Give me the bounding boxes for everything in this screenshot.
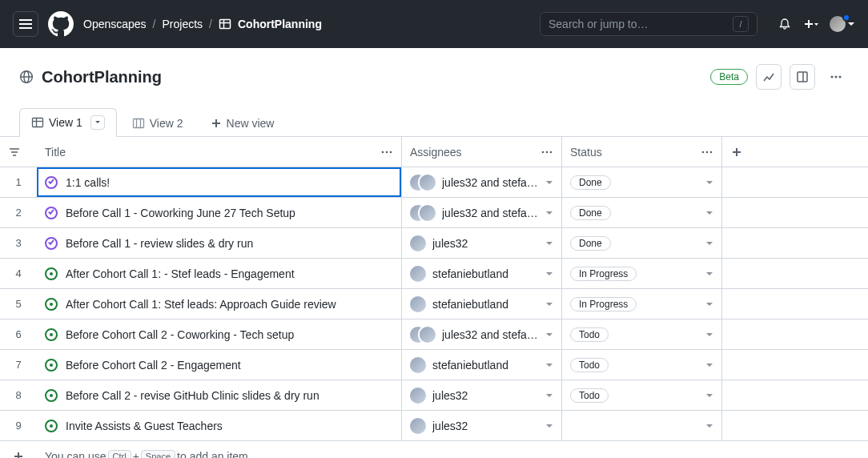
assignees-cell[interactable]: jules32 (402, 411, 562, 440)
chevron-down-icon[interactable] (545, 209, 553, 217)
chevron-down-icon[interactable] (545, 239, 553, 247)
table-row[interactable]: 11:1 calls!jules32 and stefani…Done (0, 167, 868, 198)
title-cell[interactable]: Before Call 1 - Coworking June 27 Tech S… (37, 198, 402, 227)
status-cell[interactable]: In Progress (562, 259, 722, 288)
chevron-down-icon[interactable] (705, 239, 713, 247)
add-column-button[interactable] (722, 137, 868, 167)
assignees-cell[interactable]: jules32 and stefani… (402, 167, 562, 197)
table-row[interactable]: 5After Cohort Call 1: Stef leads: Approa… (0, 289, 868, 319)
notifications-icon[interactable] (778, 18, 791, 30)
add-item-row[interactable]: You can use Ctrl + Space to add an item (0, 441, 868, 458)
table-row[interactable]: 7Before Cohort Call 2 - Engagementstefan… (0, 350, 868, 380)
row-number: 7 (0, 350, 37, 380)
row-number: 5 (0, 289, 37, 319)
insights-button[interactable] (756, 64, 782, 90)
chevron-down-icon[interactable] (545, 331, 553, 339)
breadcrumb-projects[interactable]: Projects (163, 18, 203, 30)
status-cell[interactable]: In Progress (562, 289, 722, 319)
row-number: 8 (0, 380, 37, 410)
title-cell[interactable]: After Cohort Call 1: - Stef leads - Enga… (37, 259, 402, 288)
chevron-down-icon[interactable] (545, 422, 553, 430)
assignees-cell[interactable]: stefaniebutland (402, 350, 562, 380)
svg-point-29 (702, 151, 705, 153)
assignees-cell[interactable]: jules32 and stefani… (402, 198, 562, 227)
title-cell[interactable]: Before Call 1 - review slides & dry run (37, 228, 402, 258)
issue-title: 1:1 calls! (66, 176, 110, 189)
title-cell[interactable]: Before Cohort Call 2 - Coworking - Tech … (37, 319, 402, 349)
status-cell[interactable] (562, 411, 722, 440)
column-header-assignees[interactable]: Assignees (402, 137, 562, 167)
title-cell[interactable]: 1:1 calls! (37, 167, 402, 197)
column-header-status[interactable]: Status (562, 137, 722, 167)
chevron-down-icon[interactable] (705, 422, 713, 430)
chevron-down-icon[interactable] (705, 179, 713, 187)
assignee-names: jules32 and stefani… (442, 207, 539, 219)
column-menu-icon[interactable] (701, 146, 713, 159)
chevron-down-icon[interactable] (705, 361, 713, 369)
chevron-down-icon[interactable] (705, 300, 713, 308)
chevron-down-icon[interactable] (545, 179, 553, 187)
assignees-cell[interactable]: jules32 (402, 380, 562, 410)
tab-new-view[interactable]: New view (199, 110, 287, 136)
issue-open-icon (45, 328, 58, 341)
status-cell[interactable]: Todo (562, 380, 722, 410)
table-row[interactable]: 2Before Call 1 - Coworking June 27 Tech … (0, 198, 868, 228)
status-badge: Todo (570, 388, 609, 403)
filter-header[interactable] (0, 137, 37, 167)
top-bar: Openscapes / Projects / CohortPlanning S… (0, 0, 868, 48)
table-row[interactable]: 3Before Call 1 - review slides & dry run… (0, 228, 868, 259)
tab-view-1[interactable]: View 1 (19, 108, 117, 137)
kbd-ctrl: Ctrl (108, 450, 131, 458)
status-cell[interactable]: Todo (562, 350, 722, 380)
user-avatar-menu[interactable] (830, 16, 855, 32)
title-cell[interactable]: Before Call 2 - revise GitHub Clinic sli… (37, 380, 402, 410)
title-cell[interactable]: After Cohort Call 1: Stef leads: Approac… (37, 289, 402, 319)
column-menu-icon[interactable] (380, 146, 393, 159)
empty-cell (722, 228, 868, 258)
chevron-down-icon[interactable] (545, 361, 553, 369)
breadcrumb-org[interactable]: Openscapes (83, 18, 147, 30)
kbd-space: Space (141, 450, 175, 458)
status-cell[interactable]: Todo (562, 319, 722, 349)
column-menu-icon[interactable] (540, 146, 553, 159)
title-cell[interactable]: Before Cohort Call 2 - Engagement (37, 350, 402, 380)
table-row[interactable]: 9Invite Assists & Guest Teachersjules32 (0, 411, 868, 441)
breadcrumb: Openscapes / Projects / CohortPlanning (83, 18, 322, 30)
tab-view-2[interactable]: View 2 (120, 110, 195, 136)
chevron-down-icon[interactable] (545, 270, 553, 278)
chevron-down-icon[interactable] (705, 331, 713, 339)
breadcrumb-project[interactable]: CohortPlanning (238, 18, 322, 30)
breadcrumb-sep: / (209, 18, 212, 30)
assignees-cell[interactable]: jules32 (402, 228, 562, 258)
column-header-title[interactable]: Title (37, 137, 402, 167)
tab-dropdown-icon[interactable] (90, 115, 105, 130)
assignees-cell[interactable]: stefaniebutland (402, 289, 562, 319)
assignees-cell[interactable]: jules32 and stefani… (402, 319, 562, 349)
github-logo-icon[interactable] (48, 11, 74, 37)
chevron-down-icon[interactable] (545, 392, 553, 400)
assignees-cell[interactable]: stefaniebutland (402, 259, 562, 288)
menu-button[interactable] (13, 11, 38, 37)
more-button[interactable] (823, 64, 849, 90)
issue-open-icon (45, 298, 58, 311)
issue-open-icon (45, 267, 58, 280)
assignee-avatar (410, 418, 426, 434)
status-badge: In Progress (570, 267, 637, 281)
table-row[interactable]: 6Before Cohort Call 2 - Coworking - Tech… (0, 319, 868, 350)
chevron-down-icon[interactable] (705, 270, 713, 278)
table-icon (219, 18, 231, 30)
chevron-down-icon[interactable] (705, 392, 713, 400)
table-row[interactable]: 4After Cohort Call 1: - Stef leads - Eng… (0, 259, 868, 289)
chevron-down-icon[interactable] (545, 300, 553, 308)
title-cell[interactable]: Invite Assists & Guest Teachers (37, 411, 402, 440)
status-cell[interactable]: Done (562, 228, 722, 258)
panel-button[interactable] (790, 64, 815, 90)
issue-title: Before Call 1 - Coworking June 27 Tech S… (66, 207, 295, 219)
search-input[interactable]: Search or jump to… / (540, 12, 757, 36)
status-cell[interactable]: Done (562, 167, 722, 197)
column-label: Title (45, 146, 66, 159)
table-row[interactable]: 8Before Call 2 - revise GitHub Clinic sl… (0, 380, 868, 411)
chevron-down-icon[interactable] (705, 209, 713, 217)
add-dropdown-icon[interactable] (802, 18, 818, 30)
status-cell[interactable]: Done (562, 198, 722, 227)
